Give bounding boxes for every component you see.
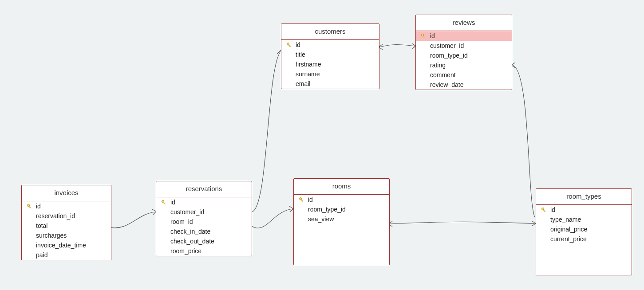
table-room-types-title: room_types	[536, 189, 632, 205]
table-room-types[interactable]: room_types idtype_nameoriginal_pricecurr…	[536, 188, 632, 275]
column-row[interactable]: firstname	[281, 59, 379, 69]
column-name: original_price	[548, 226, 587, 233]
table-rooms[interactable]: rooms idroom_type_idsea_view	[293, 178, 390, 265]
primary-key-icon	[421, 33, 427, 39]
column-name: customer_id	[168, 208, 204, 216]
table-reviews-columns: idcustomer_idroom_type_idratingcommentre…	[416, 31, 512, 90]
column-name: comment	[427, 71, 456, 78]
svg-point-17	[422, 35, 423, 35]
column-row[interactable]: id	[156, 197, 252, 207]
key-slot	[419, 33, 427, 39]
column-row[interactable]: total	[22, 221, 111, 231]
column-name: room_type_id	[427, 52, 468, 59]
table-invoices-title: invoices	[22, 185, 111, 201]
column-name: review_date	[427, 81, 464, 88]
table-customers[interactable]: customers idtitlefirstnamesurnameemail	[281, 24, 379, 89]
table-reservations-columns: idcustomer_idroom_idcheck_in_datecheck_o…	[156, 197, 252, 256]
column-row[interactable]: email	[281, 79, 379, 89]
key-slot	[25, 204, 33, 209]
column-row[interactable]: reservation_id	[22, 211, 111, 221]
table-reservations-title: reservations	[156, 181, 252, 197]
svg-point-21	[542, 208, 543, 209]
column-row[interactable]: type_name	[536, 215, 632, 224]
column-row[interactable]: room_type_id	[294, 204, 389, 214]
column-row[interactable]: invoice_date_time	[22, 240, 111, 250]
table-customers-columns: idtitlefirstnamesurnameemail	[281, 40, 379, 89]
column-name: firstname	[293, 61, 321, 68]
column-row[interactable]: room_price	[156, 246, 252, 256]
table-rooms-title: rooms	[294, 179, 389, 195]
column-row[interactable]: sea_view	[294, 214, 389, 224]
primary-key-icon	[299, 197, 304, 203]
column-name: surcharges	[33, 232, 67, 239]
column-row[interactable]: comment	[416, 70, 512, 80]
column-name: id	[168, 199, 175, 206]
key-slot	[540, 207, 548, 213]
svg-point-9	[288, 43, 288, 44]
primary-key-icon	[286, 42, 292, 48]
column-row[interactable]: check_in_date	[156, 227, 252, 236]
column-name: id	[548, 206, 555, 213]
column-name: current_price	[548, 235, 587, 243]
table-reservations[interactable]: reservations idcustomer_idroom_idcheck_i…	[156, 181, 252, 256]
column-name: paid	[33, 251, 47, 259]
column-row[interactable]: customer_id	[156, 207, 252, 217]
column-name: reservation_id	[33, 212, 75, 219]
column-name: room_price	[168, 247, 201, 255]
column-row[interactable]: paid	[22, 250, 111, 260]
table-invoices-columns: idreservation_idtotalsurchargesinvoice_d…	[22, 201, 111, 260]
column-name: sea_view	[305, 216, 334, 223]
column-row[interactable]: room_type_id	[416, 51, 512, 60]
column-row[interactable]: surname	[281, 69, 379, 79]
column-name: type_name	[548, 216, 581, 223]
primary-key-icon	[541, 207, 547, 213]
column-name: id	[33, 203, 41, 210]
column-row[interactable]: customer_id	[416, 41, 512, 51]
svg-point-1	[28, 205, 29, 206]
table-reviews[interactable]: reviews idcustomer_idroom_type_idratingc…	[415, 15, 512, 90]
column-name: room_type_id	[305, 206, 346, 213]
column-name: rating	[427, 62, 446, 69]
column-name: check_out_date	[168, 238, 214, 245]
column-name: total	[33, 222, 47, 229]
column-row[interactable]: check_out_date	[156, 236, 252, 246]
column-row[interactable]: surcharges	[22, 231, 111, 240]
column-name: check_in_date	[168, 228, 210, 235]
column-row[interactable]: id	[536, 205, 632, 215]
column-row[interactable]: review_date	[416, 80, 512, 90]
column-row[interactable]: current_price	[536, 234, 632, 244]
column-name: room_id	[168, 218, 193, 225]
table-reviews-title: reviews	[416, 15, 512, 31]
column-row[interactable]: id	[294, 195, 389, 204]
column-name: customer_id	[427, 42, 464, 49]
column-name: id	[305, 196, 313, 203]
column-name: title	[293, 51, 305, 58]
key-slot	[297, 197, 305, 203]
table-invoices[interactable]: invoices idreservation_idtotalsurcharges…	[21, 185, 111, 260]
column-row[interactable]: rating	[416, 60, 512, 70]
column-row[interactable]: id	[22, 201, 111, 211]
column-row[interactable]: original_price	[536, 224, 632, 234]
column-name: invoice_date_time	[33, 242, 86, 249]
column-name: id	[427, 32, 435, 39]
primary-key-icon	[161, 200, 167, 205]
key-slot	[160, 200, 168, 205]
key-slot	[285, 42, 293, 48]
table-rooms-columns: idroom_type_idsea_view	[294, 195, 389, 224]
table-customers-title: customers	[281, 24, 379, 40]
svg-point-13	[300, 198, 301, 199]
column-name: email	[293, 80, 310, 87]
column-name: surname	[293, 71, 320, 78]
svg-point-5	[162, 201, 163, 202]
column-row[interactable]: id	[281, 40, 379, 50]
primary-key-icon	[27, 204, 32, 209]
table-room-types-columns: idtype_nameoriginal_pricecurrent_price	[536, 205, 632, 244]
column-row[interactable]: room_id	[156, 217, 252, 227]
column-row[interactable]: title	[281, 50, 379, 59]
column-name: id	[293, 41, 300, 48]
column-row[interactable]: id	[416, 31, 512, 41]
